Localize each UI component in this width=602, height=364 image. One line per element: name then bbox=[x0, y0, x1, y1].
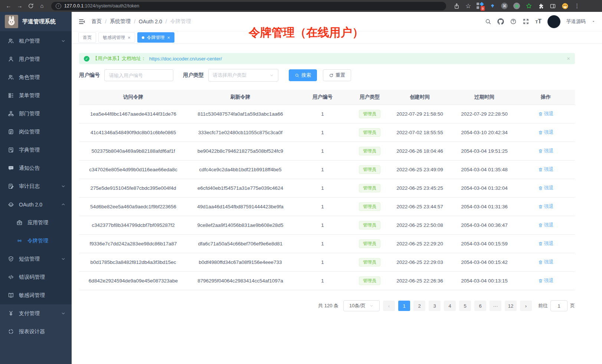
puzzle-extensions-icon[interactable] bbox=[538, 3, 544, 9]
bookmark-star-icon[interactable]: ☆ bbox=[465, 3, 471, 9]
force-logout-button[interactable]: 强退 bbox=[538, 148, 554, 154]
user-type-select[interactable]: 请选择用户类型 bbox=[208, 69, 278, 82]
sidebar-item-notice[interactable]: 通知公告 bbox=[0, 159, 72, 177]
page-button-1[interactable]: 1 bbox=[398, 301, 410, 311]
ellipsis-button[interactable]: ··· bbox=[490, 301, 501, 311]
forward-icon[interactable]: → bbox=[15, 0, 24, 12]
sidebar-item-label: 岗位管理 bbox=[19, 129, 40, 135]
gem-extension-icon[interactable] bbox=[490, 3, 495, 9]
side-panel-icon[interactable] bbox=[550, 3, 556, 9]
github-icon[interactable] bbox=[497, 18, 504, 25]
user-name[interactable]: 芋道源码 bbox=[566, 18, 586, 25]
sidebar-item-post[interactable]: 岗位管理 bbox=[0, 123, 72, 141]
force-logout-button[interactable]: 强退 bbox=[538, 166, 554, 173]
browser-menu-icon[interactable]: ⋮ bbox=[574, 3, 580, 9]
user-avatar[interactable] bbox=[547, 15, 560, 28]
active-tab-dot-icon bbox=[142, 36, 144, 39]
caret-down-icon[interactable] bbox=[592, 20, 595, 23]
sidebar-item-sms[interactable]: 短信管理 bbox=[0, 250, 72, 268]
tab-active[interactable]: 令牌管理× bbox=[137, 32, 175, 43]
app-logo[interactable]: 芋道管理系统 bbox=[0, 12, 72, 31]
breadcrumb-item[interactable]: 首页 bbox=[91, 18, 102, 25]
goto-input[interactable] bbox=[550, 300, 567, 311]
force-logout-button[interactable]: 强退 bbox=[538, 110, 554, 117]
user-type-cell: 管理员 bbox=[352, 216, 387, 235]
sidebar-item-menu[interactable]: 菜单管理 bbox=[0, 86, 72, 105]
force-logout-button[interactable]: 强退 bbox=[538, 277, 554, 284]
sidebar-item-label: 字典管理 bbox=[19, 147, 40, 153]
alert-close-icon[interactable]: × bbox=[567, 56, 570, 61]
sidebar-item-oauth2-app[interactable]: 应用管理 bbox=[0, 214, 72, 232]
sidebar-item-label: OAuth 2.0 bbox=[19, 202, 42, 208]
fullscreen-icon[interactable] bbox=[523, 18, 529, 25]
sidebar-item-dept[interactable]: 部门管理 bbox=[0, 105, 72, 123]
force-logout-button[interactable]: 强退 bbox=[538, 185, 554, 191]
user-id-cell: 1 bbox=[293, 123, 352, 142]
force-logout-button[interactable]: 强退 bbox=[538, 259, 554, 265]
command-extension-icon[interactable]: ⌘ bbox=[501, 3, 508, 9]
access-token-cell: 275e5de9151045fe87cbdc395e004f4d bbox=[79, 179, 187, 198]
sidebar-item-audit-log[interactable]: 审计日志 bbox=[0, 177, 72, 195]
prev-page-button[interactable]: ‹ bbox=[383, 301, 395, 311]
home-icon[interactable]: ⌂ bbox=[37, 0, 47, 12]
page-button-12[interactable]: 12 bbox=[505, 301, 517, 311]
sidebar-item-sensitive[interactable]: 敏感词管理 bbox=[0, 286, 72, 304]
page-size-select[interactable]: 10条/页 bbox=[343, 300, 380, 311]
user-id-cell: 1 bbox=[293, 272, 352, 290]
breadcrumb-item[interactable]: 系统管理 bbox=[110, 18, 131, 25]
page-button-3[interactable]: 3 bbox=[429, 301, 441, 311]
sidebar-item-oauth2[interactable]: OAuth 2.0 bbox=[0, 195, 72, 214]
search-button[interactable]: 搜索 bbox=[289, 69, 317, 81]
reset-button[interactable]: 重置 bbox=[323, 69, 351, 81]
breadcrumb-item[interactable]: OAuth 2.0 bbox=[139, 19, 162, 24]
user-type-badge: 管理员 bbox=[359, 258, 380, 266]
sidebar-item-dict[interactable]: 字典管理 bbox=[0, 141, 72, 159]
sidebar-item-tenant[interactable]: 租户管理 bbox=[0, 32, 72, 50]
star-extension-icon[interactable] bbox=[526, 3, 532, 9]
access-token-cell: b0d1785bc3a8482f812db4a3f3bd15ec bbox=[79, 253, 187, 272]
help-icon[interactable] bbox=[510, 18, 517, 25]
sidebar-item-report[interactable]: 报表设计器 bbox=[0, 322, 72, 341]
sidebar-item-label: 通知公告 bbox=[19, 165, 40, 172]
tab-item[interactable]: 敏感词管理× bbox=[98, 32, 135, 43]
extension-badge-icon[interactable]: 9 bbox=[477, 2, 484, 10]
page-button-4[interactable]: 4 bbox=[444, 301, 456, 311]
info-icon[interactable]: i bbox=[56, 3, 61, 9]
tab-close-icon[interactable]: × bbox=[128, 35, 131, 40]
url-text: 127.0.0.1:1024/system/oauth2/token bbox=[64, 3, 139, 9]
tab-item[interactable]: 首页 bbox=[78, 32, 96, 43]
font-size-icon[interactable]: TT bbox=[535, 19, 542, 24]
sidebar-item-user[interactable]: 用户管理 bbox=[0, 50, 72, 68]
column-header: 用户类型 bbox=[352, 90, 387, 105]
next-page-button[interactable]: › bbox=[520, 301, 532, 311]
recorder-extension-icon[interactable] bbox=[513, 3, 520, 9]
sidebar-item-oauth2-token[interactable]: 令牌管理 bbox=[0, 232, 72, 250]
search-icon[interactable] bbox=[485, 18, 491, 25]
table-row: 502375b8040a469a9b82188afdf6af1fbe90422b… bbox=[79, 142, 575, 161]
action-cell: 强退 bbox=[517, 216, 575, 235]
share-icon[interactable] bbox=[454, 3, 460, 9]
back-icon[interactable]: ← bbox=[4, 0, 13, 12]
profile-avatar-icon[interactable] bbox=[562, 3, 569, 10]
force-logout-button[interactable]: 强退 bbox=[538, 129, 554, 136]
tab-close-icon[interactable]: × bbox=[167, 35, 170, 40]
page-button-5[interactable]: 5 bbox=[459, 301, 471, 311]
sidebar-item-pay[interactable]: 支付管理 bbox=[0, 304, 72, 322]
user-id-input[interactable] bbox=[104, 69, 173, 81]
page-button-2[interactable]: 2 bbox=[413, 301, 425, 311]
pagination: 共 120 条10条/页‹123456···12›前往页 bbox=[79, 300, 575, 311]
force-logout-button[interactable]: 强退 bbox=[538, 203, 554, 210]
page-button-6[interactable]: 6 bbox=[474, 301, 486, 311]
reload-icon[interactable] bbox=[28, 3, 34, 9]
sidebar-collapse-icon[interactable] bbox=[78, 18, 85, 25]
yen-icon bbox=[8, 310, 14, 317]
doc-link[interactable]: https://doc.iocoder.cn/user-center/ bbox=[149, 56, 222, 62]
force-logout-button[interactable]: 强退 bbox=[538, 240, 554, 247]
sidebar-item-role[interactable]: 角色管理 bbox=[0, 68, 72, 86]
url-bar[interactable]: i 127.0.0.1:1024/system/oauth2/token bbox=[51, 2, 446, 10]
users-icon bbox=[8, 38, 14, 44]
chevron-up-icon bbox=[61, 202, 66, 207]
sidebar-item-error-code[interactable]: 错误码管理 bbox=[0, 268, 72, 286]
users-icon bbox=[8, 74, 14, 80]
force-logout-button[interactable]: 强退 bbox=[538, 222, 554, 228]
